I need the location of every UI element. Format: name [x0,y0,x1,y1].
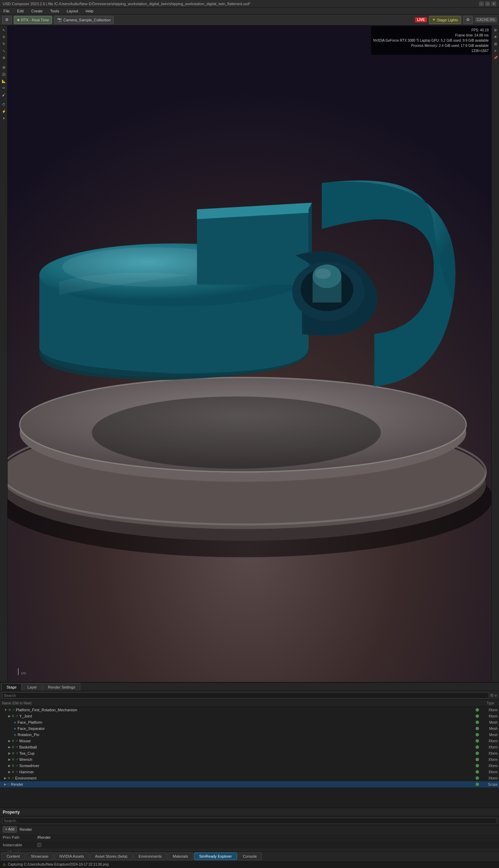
universal-tool[interactable]: ⊕ [1,54,7,61]
annotate-tool[interactable]: ✏ [1,85,7,91]
status-bar: ⚠ Capturing C:/Users/kutlu/New E/capture… [0,860,499,868]
stage-lights-button[interactable]: ☀ Stage Lights [429,16,461,24]
svg-rect-13 [197,209,309,285]
prop-add-row: + Add Render [0,825,499,834]
status-message: Capturing C:/Users/kutlu/New E/capture/2… [8,862,109,866]
measure-tool[interactable]: 📐 [1,78,7,84]
tree-item-wrench[interactable]: ▶ ⚙ ↗ Wrench Xform [0,756,499,763]
tab-console[interactable]: Console [238,852,262,860]
instancable-row: Instancable [0,841,499,849]
tree-label-render: Render [11,782,23,786]
frametime-stat: Frame time: 24.88 ms [373,33,489,38]
tab-render-settings[interactable]: Render Settings [43,683,80,691]
maximize-button[interactable]: □ [485,1,490,6]
tab-stage[interactable]: Stage [1,683,22,691]
tree-item-tea-cup[interactable]: ▶ ⚙ ↗ Tea_Cup Xform [0,750,499,756]
tree-label-face-separator: Face_Separator [18,726,45,731]
physics-tool[interactable]: ⚡ [1,108,7,114]
tree-item-face-platform[interactable]: ◈ Face_Platform Mesh [0,719,499,725]
tab-showcase[interactable]: Showcase [26,852,54,860]
brush-tool[interactable]: 🖌 [1,92,7,98]
tree-item-screwdriver[interactable]: ▶ ⚙ ↗ Screwdriver Xform [0,763,499,769]
minimize-button[interactable]: − [479,1,484,6]
tab-environments[interactable]: Environments [133,852,167,860]
menu-bar: File Edit Create Tools Layout Help [0,8,499,14]
menu-file[interactable]: File [2,9,11,13]
stage-tabs: Stage Layer Render Settings [0,683,499,691]
memory-stat: Process Memory: 2.4 GiB used, 17.6 GiB a… [373,43,489,48]
tree-item-face-separator[interactable]: ◈ Face_Separator Mesh [0,725,499,732]
menu-help[interactable]: Help [84,9,95,13]
tab-materials[interactable]: Materials [167,852,193,860]
toolbar-settings-button[interactable]: ⚙ [2,16,12,24]
close-button[interactable]: × [491,1,496,6]
add-property-button[interactable]: + Add [3,826,17,833]
tree-item-basketball[interactable]: ▶ ⚙ ↗ Basketball Xform [0,744,499,750]
move-tool[interactable]: ✛ [1,34,7,40]
tab-layer[interactable]: Layer [22,683,42,691]
settings-right-button[interactable]: ⚙ [463,16,473,24]
tree-label-basketball: Basketball [19,745,37,749]
rtx-icon: ◈ [17,18,20,22]
camera-icon: 📷 [57,18,62,22]
window-controls[interactable]: − □ × [479,1,496,6]
property-search-input[interactable] [2,818,497,824]
bottom-panels: Stage Layer Render Settings ⊟ ≡ Name (Ol… [0,682,499,868]
snap-tool[interactable]: ⊞ [1,64,7,70]
stage-panel: ⊟ ≡ Name (Old to New) Type ▼ ⚙ ↗ Platfor… [0,691,499,808]
live-badge: LIVE [415,17,427,22]
tree-label-wrench: Wrench [19,757,32,762]
menu-tools[interactable]: Tools [49,9,61,13]
vis-dot [476,708,479,712]
tree-item-yjoint[interactable]: ▶ ⚙ ↗ Y_Joint Xform [0,713,499,719]
type-tag: Xform [480,708,498,712]
svg-point-19 [315,268,331,279]
menu-edit[interactable]: Edit [16,9,25,13]
tree-label-yjoint: Y_Joint [19,714,32,718]
instancable-checkbox[interactable] [37,843,41,847]
rotate-tool[interactable]: ↻ [1,41,7,47]
list-view-button[interactable]: ≡ [495,693,497,698]
stage-search-input[interactable] [2,692,489,699]
prim-path-value: /Render [37,835,496,839]
timeline-tool[interactable]: ⏱ [1,101,7,107]
right-grid-button[interactable]: ⊞ [492,41,499,47]
right-layers-button[interactable]: ≡ [492,48,499,54]
tree-item-render[interactable]: ▶ □ Render Scope [0,781,499,787]
filter-button[interactable]: ⊟ [490,693,493,698]
tab-nvidia-assets[interactable]: NVIDIA Assets [54,852,89,860]
tab-content[interactable]: Content [1,852,25,860]
tree-label-platform: Platform_First_Rotation_Mechanism [16,708,77,712]
right-pin-button[interactable]: 📌 [492,54,499,61]
camera-button[interactable]: 📷 Camera_Sample_Collection [54,16,114,24]
right-toolbar: ⚙ 👁 ⊞ ≡ 📌 [491,25,499,682]
camera-label: Camera_Sample_Collection [63,18,111,22]
window-title: USD Composer 2023.2.6 | file /C:/Users/k… [3,2,251,6]
tree-label-face-platform: Face_Platform [18,720,42,724]
camera-tool[interactable]: 🎥 [1,71,7,77]
tree-item-mouse[interactable]: ▶ ⚙ ↗ Mouse Xform [0,738,499,744]
ai-tool[interactable]: ✦ [1,115,7,121]
scene-svg [8,25,491,682]
tree-item-environment[interactable]: ▶ ⚙ ↗ Environment Xform [0,775,499,781]
tree-item-hammer[interactable]: ▶ ⚙ ↗ Hammer Xform [0,769,499,775]
property-title: Property [3,810,20,815]
tree-label-environment: Environment [15,776,37,780]
right-settings-button[interactable]: ⚙ [492,27,499,33]
tab-simready-explorer[interactable]: SimReady Explorer [194,852,237,860]
tree-item-rotation-pin[interactable]: ◈ Rotation_Pin Mesh [0,732,499,738]
lights-icon: ☀ [432,18,436,22]
select-tool[interactable]: ↖ [1,27,7,33]
menu-create[interactable]: Create [30,9,44,13]
cache-badge: CACHE 0% [475,17,497,22]
stage-search-bar: ⊟ ≡ [0,691,499,700]
tree-item-platform-rotation[interactable]: ▼ ⚙ ↗ Platform_First_Rotation_Mechanism … [0,707,499,713]
right-eye-button[interactable]: 👁 [492,34,499,40]
scale-tool[interactable]: ⤡ [1,48,7,54]
menu-layout[interactable]: Layout [65,9,79,13]
rtx-realtime-button[interactable]: ◈ RTX - Real Time [14,16,52,24]
stage-tree[interactable]: ▼ ⚙ ↗ Platform_First_Rotation_Mechanism … [0,707,499,808]
viewport[interactable]: FPS: 40.19 Frame time: 24.88 ms NVIDIA G… [8,25,491,682]
tab-asset-stores[interactable]: Asset Stores (beta) [90,852,133,860]
visual-section-header[interactable]: ▼ Visual [0,849,499,851]
